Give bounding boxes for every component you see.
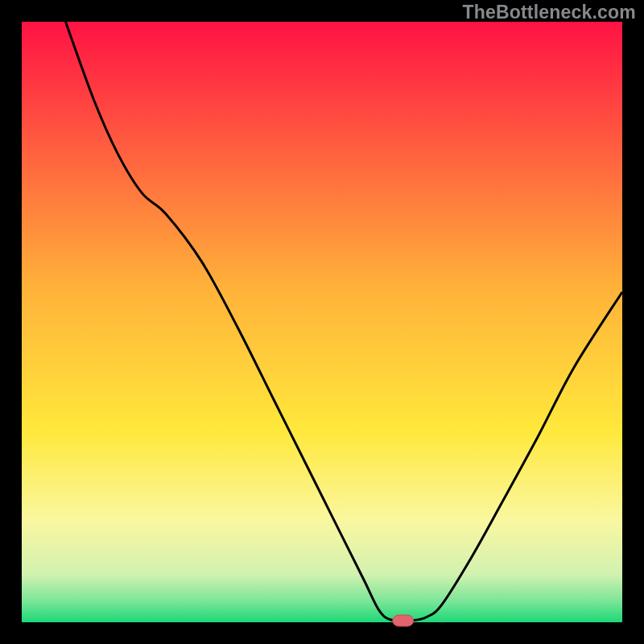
watermark-text: TheBottleneck.com xyxy=(462,2,636,23)
chart-frame: TheBottleneck.com xyxy=(0,0,644,644)
bottleneck-plot xyxy=(0,0,644,644)
optimum-marker xyxy=(393,615,414,626)
plot-background xyxy=(22,22,622,622)
